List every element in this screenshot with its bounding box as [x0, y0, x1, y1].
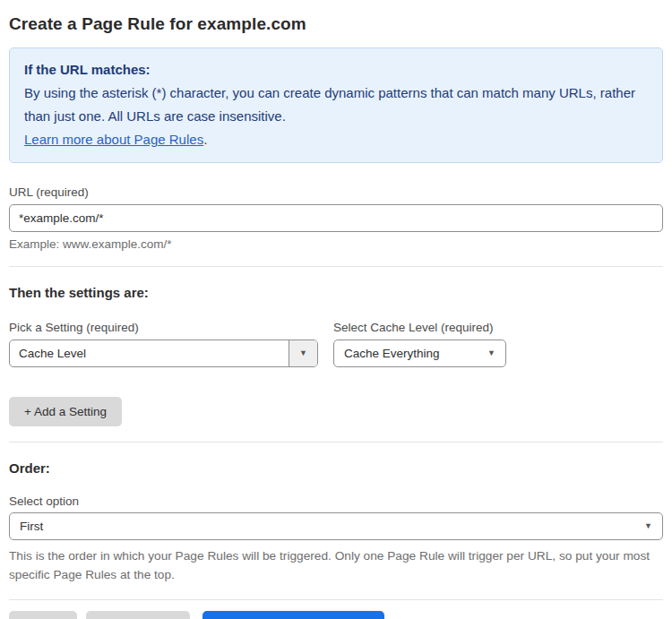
add-setting-button[interactable]: + Add a Setting — [9, 397, 122, 426]
divider — [9, 442, 663, 443]
settings-pickers-row: Pick a Setting (required) Cache Level ▼ … — [9, 321, 663, 367]
cancel-button[interactable]: Cancel — [9, 611, 77, 619]
order-select-value: First — [20, 520, 43, 533]
chevron-down-icon: ▼ — [644, 522, 652, 530]
order-select-label: Select option — [9, 494, 663, 508]
divider — [9, 599, 663, 600]
order-select[interactable]: First ▼ — [9, 512, 663, 540]
learn-more-page-rules-link[interactable]: Learn more about Page Rules — [24, 132, 203, 147]
cache-level-column: Select Cache Level (required) Cache Ever… — [333, 321, 506, 367]
cache-level-select[interactable]: Cache Everything ▼ — [333, 340, 506, 367]
cache-level-label: Select Cache Level (required) — [333, 321, 506, 334]
url-input[interactable] — [9, 204, 663, 232]
url-match-info-box: If the URL matches: By using the asteris… — [9, 47, 663, 163]
pick-setting-select-value: Cache Level — [10, 347, 289, 360]
create-page-rule-form: Create a Page Rule for example.com If th… — [0, 0, 672, 619]
save-and-deploy-button[interactable]: Save and Deploy Page Rule — [202, 611, 385, 619]
form-actions-row: Cancel Save as Draft Save and Deploy Pag… — [9, 611, 663, 619]
pick-setting-select[interactable]: Cache Level ▼ — [9, 340, 318, 367]
info-box-heading: If the URL matches: — [24, 58, 648, 82]
order-helper-text: This is the order in which your Page Rul… — [9, 546, 654, 584]
chevron-down-icon: ▼ — [487, 349, 495, 357]
url-example-helper: Example: www.example.com/* — [9, 237, 663, 251]
pick-setting-column: Pick a Setting (required) Cache Level ▼ — [9, 321, 318, 367]
info-box-link-line: Learn more about Page Rules. — [24, 128, 648, 151]
save-as-draft-button[interactable]: Save as Draft — [86, 611, 190, 619]
divider — [9, 266, 663, 267]
settings-heading: Then the settings are: — [9, 285, 663, 300]
page-title: Create a Page Rule for example.com — [9, 14, 663, 34]
cache-level-select-value: Cache Everything — [344, 347, 440, 360]
url-field-section: URL (required) Example: www.example.com/… — [9, 185, 663, 251]
url-label: URL (required) — [9, 185, 663, 199]
pick-setting-label: Pick a Setting (required) — [9, 321, 318, 334]
link-suffix-period: . — [203, 132, 207, 147]
pick-setting-dropdown-button[interactable]: ▼ — [289, 340, 317, 366]
chevron-down-icon: ▼ — [299, 349, 307, 357]
order-heading: Order: — [9, 460, 663, 476]
add-setting-row: + Add a Setting — [9, 397, 663, 426]
info-box-body: By using the asterisk (*) character, you… — [24, 82, 648, 128]
